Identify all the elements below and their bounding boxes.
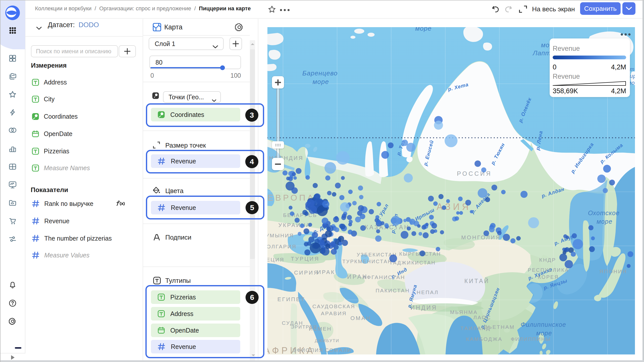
svg-text:ЯПОНИЯ: ЯПОНИЯ xyxy=(599,268,627,274)
svg-text:море: море xyxy=(312,78,329,85)
svg-text:МЬЯНМА: МЬЯНМА xyxy=(450,309,478,315)
svg-text:ЕГИПЕТ: ЕГИПЕТ xyxy=(277,296,305,302)
svg-text:море: море xyxy=(536,330,552,337)
svg-text:РЕЦИЯ: РЕЦИЯ xyxy=(267,257,284,262)
svg-text:ТАДЖИКИСТАН: ТАДЖИКИСТАН xyxy=(389,260,436,265)
svg-text:РОССИЯ: РОССИЯ xyxy=(457,170,492,177)
svg-text:ОМАН: ОМАН xyxy=(350,315,371,321)
svg-text:ВЬЕТНАМ: ВЬЕТНАМ xyxy=(484,324,515,330)
svg-text:СОМАЛИ: СОМАЛИ xyxy=(325,347,352,353)
svg-text:Охотское: Охотское xyxy=(588,209,620,216)
svg-text:ЭФИОПИЯ: ЭФИОПИЯ xyxy=(292,347,324,353)
svg-text:ПАКИСТАН: ПАКИСТАН xyxy=(376,288,410,293)
svg-text:СИРИЯ: СИРИЯ xyxy=(294,269,319,276)
svg-text:РЕСПУБЛИКА: РЕСПУБЛИКА xyxy=(528,267,569,273)
svg-text:АФГАНИСТАН: АФГАНИСТАН xyxy=(363,274,405,280)
svg-text:КАМБОДЖА: КАМБОДЖА xyxy=(466,336,503,342)
svg-text:ЭРИТРЕЯ: ЭРИТРЕЯ xyxy=(291,324,317,330)
svg-text:САУДОВСКАЯ: САУДОВСКАЯ xyxy=(312,303,355,309)
svg-text:НЕПАЛ: НЕПАЛ xyxy=(417,289,439,295)
svg-text:КИТАЙ: КИТАЙ xyxy=(464,278,490,284)
svg-text:ЛАОС: ЛАОС xyxy=(473,314,491,320)
svg-text:Филиппинское: Филиппинское xyxy=(520,321,566,328)
svg-text:БОЛГАРИЯ: БОЛГАРИЯ xyxy=(267,244,297,249)
svg-text:АРАВИЯ: АРАВИЯ xyxy=(321,310,347,316)
svg-text:ФИЛИППИНЫ: ФИЛИППИНЫ xyxy=(511,336,551,342)
svg-text:море: море xyxy=(597,218,613,225)
svg-text:ТУРЦИЯ: ТУРЦИЯ xyxy=(291,256,319,262)
svg-text:РУМЫНИЯ: РУМЫНИЯ xyxy=(267,233,294,238)
svg-text:КОРЕЯ: КОРЕЯ xyxy=(538,274,559,280)
svg-text:УКРАИНА: УКРАИНА xyxy=(278,222,311,228)
svg-text:КНДР: КНДР xyxy=(539,257,556,263)
svg-text:Баренцево: Баренцево xyxy=(302,69,338,77)
svg-text:ТУРКМЕНИСТАН: ТУРКМЕНИСТАН xyxy=(342,259,392,264)
svg-text:ДЖИБУТИ: ДЖИБУТИ xyxy=(315,338,339,343)
svg-text:море: море xyxy=(415,27,431,32)
svg-text:МОНГОЛИЯ: МОНГОЛИЯ xyxy=(461,234,501,241)
svg-text:ИНДИЯ: ИНДИЯ xyxy=(411,304,437,311)
svg-text:ИРАК: ИРАК xyxy=(317,269,335,275)
